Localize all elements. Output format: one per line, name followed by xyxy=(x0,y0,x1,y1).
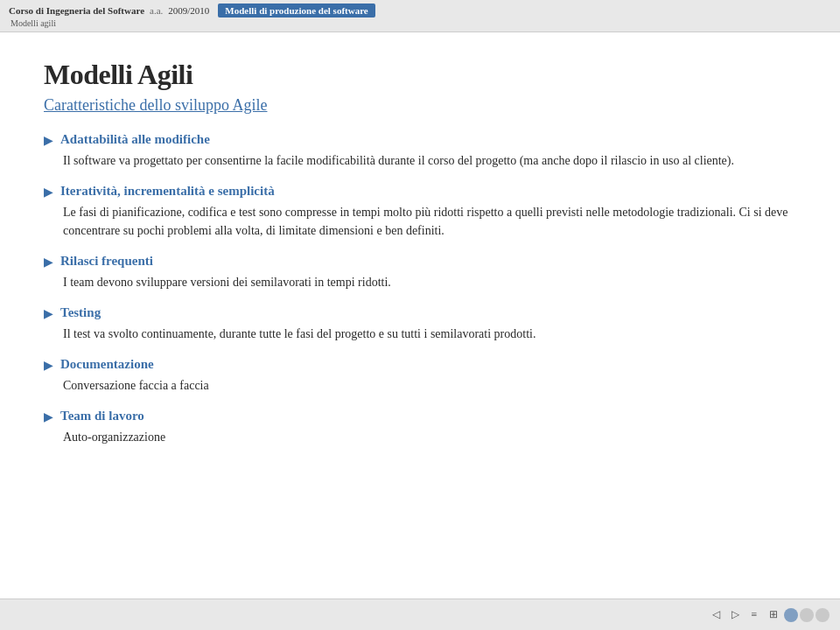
status-circle-3 xyxy=(816,608,830,622)
section-adaptability-arrow-icon: ▶ xyxy=(44,133,53,148)
section-teamwork-header: ▶Team di lavoro xyxy=(44,409,796,424)
year-label: 2009/2010 xyxy=(168,5,209,16)
page-title: Modelli Agili xyxy=(44,59,796,91)
section-iterativity-header: ▶Iteratività, incrementalità e semplicit… xyxy=(44,184,796,200)
section-releases: ▶Rilasci frequentiI team devono sviluppa… xyxy=(44,254,796,291)
course-name-text: Ingegneria del Software xyxy=(46,5,144,16)
section-testing-title: Testing xyxy=(60,305,101,320)
nav-grid-icon[interactable]: ⊞ xyxy=(765,606,782,624)
section-adaptability: ▶Adattabilità alle modificheIl software … xyxy=(44,132,796,170)
section-testing-arrow-icon: ▶ xyxy=(44,306,53,321)
header-bar: Corso di Ingegneria del Software a.a. 20… xyxy=(0,0,840,32)
section-testing-body: Il test va svolto continuamente, durante… xyxy=(44,325,796,343)
section-iterativity-title: Iteratività, incrementalità e semplicità xyxy=(60,184,275,199)
sections-container: ▶Adattabilità alle modificheIl software … xyxy=(44,132,796,446)
main-content: Modelli Agili Caratteristiche dello svil… xyxy=(0,32,840,614)
section-releases-title: Rilasci frequenti xyxy=(60,254,153,269)
section-documentation-title: Documentazione xyxy=(60,357,154,372)
header-top: Corso di Ingegneria del Software a.a. 20… xyxy=(9,4,831,18)
nav-icons: ◁ ▷ ≡ ⊞ xyxy=(707,606,830,624)
section-iterativity-arrow-icon: ▶ xyxy=(44,185,53,200)
page-subtitle: Caratteristiche dello sviluppo Agile xyxy=(44,96,796,115)
section-teamwork-title: Team di lavoro xyxy=(60,409,144,424)
section-testing: ▶TestingIl test va svolto continuamente,… xyxy=(44,305,796,343)
breadcrumb: Modelli agili xyxy=(9,18,831,28)
section-teamwork-arrow-icon: ▶ xyxy=(44,410,53,424)
section-documentation-arrow-icon: ▶ xyxy=(44,358,53,373)
section-adaptability-body: Il software va progettato per consentirn… xyxy=(44,151,796,170)
nav-bar: ◁ ▷ ≡ ⊞ xyxy=(0,598,840,630)
section-documentation-header: ▶Documentazione xyxy=(44,357,796,373)
nav-forward-icon[interactable]: ▷ xyxy=(726,606,744,624)
section-documentation-body: Conversazione faccia a faccia xyxy=(44,376,796,395)
section-adaptability-header: ▶Adattabilità alle modifiche xyxy=(44,132,796,148)
section-releases-body: I team devono sviluppare versioni dei se… xyxy=(44,273,796,291)
nav-menu-icon[interactable]: ≡ xyxy=(746,606,763,624)
section-releases-arrow-icon: ▶ xyxy=(44,255,53,270)
section-iterativity-body: Le fasi di pianificazione, codifica e te… xyxy=(44,203,796,240)
separator-label: a.a. xyxy=(150,5,163,16)
status-circle-1 xyxy=(784,608,798,622)
section-teamwork: ▶Team di lavoroAuto-organizzazione xyxy=(44,409,796,446)
section-iterativity: ▶Iteratività, incrementalità e semplicit… xyxy=(44,184,796,240)
section-documentation: ▶DocumentazioneConversazione faccia a fa… xyxy=(44,357,796,395)
course-prefix-label: Corso di Ingegneria del Software xyxy=(9,5,144,16)
active-tab-label[interactable]: Modelli di produzione del software xyxy=(218,4,374,18)
section-testing-header: ▶Testing xyxy=(44,305,796,321)
status-circle-2 xyxy=(800,608,814,622)
section-teamwork-body: Auto-organizzazione xyxy=(44,428,796,446)
course-prefix-text: Corso di xyxy=(9,5,44,16)
section-adaptability-title: Adattabilità alle modifiche xyxy=(60,132,210,147)
nav-back-icon[interactable]: ◁ xyxy=(707,606,724,624)
section-releases-header: ▶Rilasci frequenti xyxy=(44,254,796,270)
